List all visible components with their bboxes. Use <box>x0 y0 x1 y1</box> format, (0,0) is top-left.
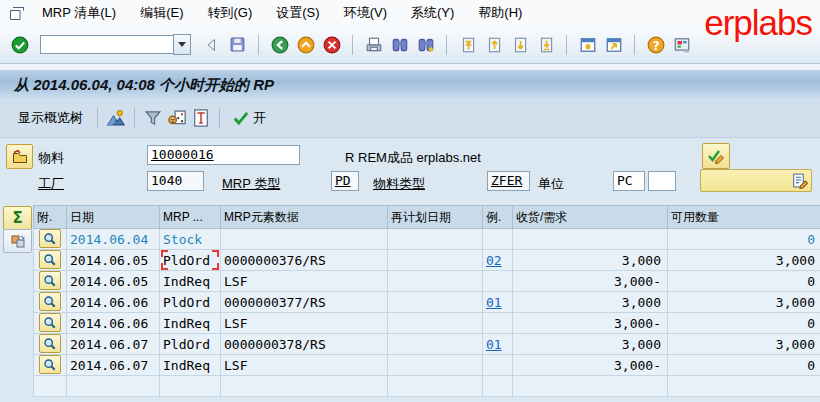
filter-icon[interactable] <box>141 106 165 130</box>
command-dropdown-icon[interactable] <box>173 34 191 55</box>
cell-avail: 3,000 <box>668 334 820 355</box>
cell-date: 2014.06.07 <box>67 355 160 376</box>
create-shortcut-icon[interactable] <box>602 33 625 56</box>
command-input[interactable] <box>40 35 173 54</box>
page-up-icon[interactable] <box>482 33 505 56</box>
column-header-avail[interactable]: 可用数量 <box>668 206 820 229</box>
column-header-date[interactable]: 日期 <box>67 206 160 229</box>
detail-magnifier-button[interactable] <box>39 250 61 269</box>
unit-field-2[interactable] <box>648 171 676 191</box>
layout-button[interactable] <box>3 229 32 253</box>
find-icon[interactable] <box>388 33 411 56</box>
save-icon[interactable] <box>226 33 249 56</box>
mrp-table: 附.日期MRP ...MRP元素数据再计划日期例.收货/需求可用数量生库... … <box>33 205 820 397</box>
cell-date: 2014.06.07 <box>67 334 160 355</box>
material-type-field[interactable]: ZFER <box>487 171 530 191</box>
cell-mrp: Stock <box>160 229 221 250</box>
mrp-row: 2014.06.06IndReqLSF3,000-0 <box>34 313 820 334</box>
cell-qty: 3,000- <box>513 271 668 292</box>
exception-link[interactable]: 02 <box>486 253 502 268</box>
cell-element: 0000000378/RS <box>221 334 388 355</box>
print-list-icon[interactable] <box>189 106 213 130</box>
detail-magnifier-button[interactable] <box>39 271 61 290</box>
menu-help[interactable]: 帮助(H) <box>466 1 534 25</box>
mrp-row: 2014.06.05PldOrd0000000376/RS023,0003,00… <box>34 250 820 271</box>
menu-mrp-list[interactable]: MRP 清单(L) <box>30 1 128 25</box>
cell-qty <box>513 229 668 250</box>
unit-field[interactable]: PC <box>613 171 645 191</box>
cell-exc <box>483 229 513 250</box>
menu-system[interactable]: 系统(Y) <box>399 1 466 25</box>
cell-element: 0000000377/RS <box>221 292 388 313</box>
cell-resched <box>388 271 483 292</box>
first-page-icon[interactable] <box>456 33 479 56</box>
detail-magnifier-button[interactable] <box>39 355 61 374</box>
enter-icon[interactable] <box>8 33 31 56</box>
find-next-icon[interactable] <box>414 33 437 56</box>
plant-field[interactable]: 1040 <box>147 171 204 191</box>
header-details-button[interactable] <box>6 144 33 169</box>
exception-link[interactable]: 01 <box>486 295 502 310</box>
header-form: 物料 10000016 R REM成品 erplabs.net 工厂 1040 … <box>0 138 820 205</box>
cell-att <box>34 271 67 292</box>
cell-mrp: IndReq <box>160 271 221 292</box>
cell-element: LSF <box>221 271 388 292</box>
graphic-icon[interactable] <box>104 106 128 130</box>
sum-button[interactable]: Σ <box>3 206 32 230</box>
svg-text:?: ? <box>652 38 659 52</box>
back-triangle-icon[interactable] <box>200 33 223 56</box>
column-header-exc[interactable]: 例. <box>483 206 513 229</box>
mrp-type-label: MRP 类型 <box>222 175 280 193</box>
customize-layout-icon[interactable] <box>670 33 693 56</box>
exit-icon[interactable] <box>294 33 317 56</box>
mrp-row: 2014.06.07PldOrd0000000378/RS013,0003,00… <box>34 334 820 355</box>
cell-resched <box>388 334 483 355</box>
cell-date: 2014.06.05 <box>67 271 160 292</box>
detail-magnifier-button[interactable] <box>39 229 61 248</box>
column-header-mrp[interactable]: MRP ... <box>160 206 221 229</box>
cell-date: 2014.06.04 <box>67 229 160 250</box>
menu-goto[interactable]: 转到(G) <box>196 1 265 25</box>
cell-qty: 3,000 <box>513 250 668 271</box>
menu-edit[interactable]: 编辑(E) <box>128 1 195 25</box>
cell-resched <box>388 376 483 397</box>
back-nav-icon[interactable] <box>268 33 291 56</box>
help-icon[interactable]: ? <box>644 33 667 56</box>
column-header-element[interactable]: MRP元素数据 <box>221 206 388 229</box>
mrp-type-field[interactable]: PD <box>331 171 359 191</box>
cell-avail: 0 <box>668 355 820 376</box>
table-gutter: Σ <box>0 205 33 402</box>
cell-element: 0000000376/RS <box>221 250 388 271</box>
detail-magnifier-button[interactable] <box>39 334 61 353</box>
open-button[interactable]: 开 <box>226 107 272 129</box>
cell-att <box>34 250 67 271</box>
last-page-icon[interactable] <box>534 33 557 56</box>
print-icon[interactable] <box>362 33 385 56</box>
system-menu-icon[interactable] <box>4 2 30 24</box>
cell-exc: 02 <box>483 250 513 271</box>
check-material-button[interactable] <box>702 143 730 169</box>
cancel-icon[interactable] <box>320 33 343 56</box>
column-header-resched[interactable]: 再计划日期 <box>388 206 483 229</box>
detail-magnifier-button[interactable] <box>39 292 61 311</box>
menu-settings[interactable]: 设置(S) <box>264 1 331 25</box>
mrp-row: 2014.06.06PldOrd0000000377/RS013,0003,00… <box>34 292 820 313</box>
order-report-icon[interactable] <box>165 106 189 130</box>
material-field[interactable]: 10000016 <box>147 145 300 165</box>
cell-avail: 0 <box>668 271 820 292</box>
notes-bar[interactable] <box>700 169 812 192</box>
column-header-qty[interactable]: 收货/需求 <box>513 206 668 229</box>
show-overview-tree-button[interactable]: 显示概览树 <box>10 106 91 130</box>
cell-avail: 0 <box>668 313 820 334</box>
column-header-att[interactable]: 附. <box>34 206 67 229</box>
menu-environment[interactable]: 环境(V) <box>332 1 399 25</box>
cell-avail: 0 <box>668 229 820 250</box>
page-down-icon[interactable] <box>508 33 531 56</box>
sap-mrp-list-window: MRP 清单(L) 编辑(E) 转到(G) 设置(S) 环境(V) 系统(Y) … <box>0 0 820 402</box>
exception-link[interactable]: 01 <box>486 337 502 352</box>
new-session-icon[interactable] <box>576 33 599 56</box>
brand-logo: erplabs <box>704 2 812 44</box>
cell-mrp: PldOrd <box>160 334 221 355</box>
cell-resched <box>388 355 483 376</box>
detail-magnifier-button[interactable] <box>39 313 61 332</box>
